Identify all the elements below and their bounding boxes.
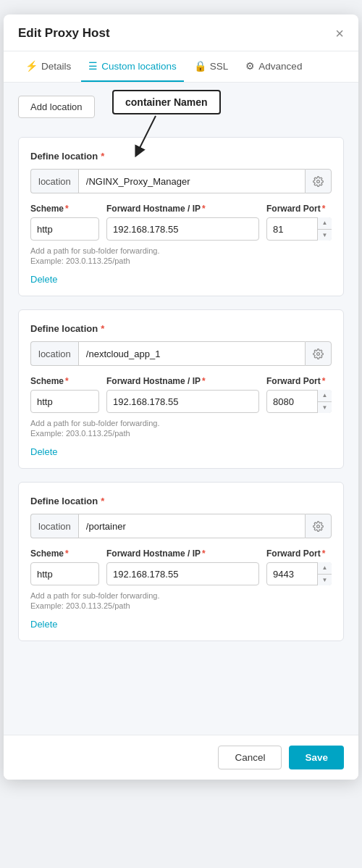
hostname-input-1[interactable] [106,217,259,241]
define-location-label-2: Define location* [30,323,332,334]
scheme-group-2: Scheme* [30,376,99,413]
location-prefix-2: location [30,341,78,366]
tab-advanced[interactable]: ⚙ Advanced [238,51,309,82]
fields-row-1: Scheme* Forward Hostname / IP* Forward P… [30,204,332,241]
port-label-3: Forward Port* [266,548,332,559]
hint1-2: Add a path for sub-folder forwarding. [30,419,332,427]
details-icon: ⚡ [25,60,38,72]
hint2-2: Example: 203.0.113.25/path [30,429,332,438]
location-card-1: Define location* location Scheme* Forwar… [18,137,344,296]
hint1-1: Add a path for sub-folder forwarding. [30,246,332,255]
location-input-row-2: location [30,341,332,366]
svg-point-3 [317,352,320,355]
port-label-2: Forward Port* [266,376,332,386]
scheme-label-2: Scheme* [30,376,99,386]
gear-button-3[interactable] [305,514,332,538]
location-card-2: Define location* location Scheme* Forwar… [18,309,344,469]
port-input-wrapper-3: ▲ ▼ [266,562,332,585]
port-up-1[interactable]: ▲ [318,217,332,230]
hostname-label-1: Forward Hostname / IP* [106,204,259,214]
modal-header: Edit Proxy Host × [4,14,358,51]
save-button[interactable]: Save [289,746,344,769]
hostname-input-2[interactable] [106,390,259,413]
location-input-row-3: location [30,514,332,538]
port-down-2[interactable]: ▼ [318,402,332,414]
port-down-3[interactable]: ▼ [318,575,332,586]
define-location-label-3: Define location* [30,496,332,506]
tab-advanced-label: Advanced [258,61,302,72]
advanced-icon: ⚙ [245,60,255,72]
custom-locations-icon: ☰ [88,60,98,72]
svg-point-2 [317,180,320,183]
scheme-input-3[interactable] [30,562,99,585]
location-value-input-1[interactable] [78,169,305,193]
location-input-row-1: location [30,169,332,193]
gear-button-1[interactable] [305,169,332,193]
hostname-label-2: Forward Hostname / IP* [106,376,259,386]
delete-button-1[interactable]: Delete [30,270,58,285]
port-group-3: Forward Port* ▲ ▼ [266,548,332,585]
port-down-1[interactable]: ▼ [318,230,332,241]
tab-details[interactable]: ⚡ Details [18,51,78,82]
modal-footer: Cancel Save [4,735,358,780]
port-group-1: Forward Port* ▲ ▼ [266,204,332,241]
port-group-2: Forward Port* ▲ ▼ [266,376,332,413]
scheme-group-3: Scheme* [30,548,99,585]
tab-custom-locations[interactable]: ☰ Custom locations [81,51,184,82]
scheme-label-3: Scheme* [30,548,99,559]
port-spinners-2: ▲ ▼ [317,390,332,413]
scheme-group-1: Scheme* [30,204,99,241]
fields-row-2: Scheme* Forward Hostname / IP* Forward P… [30,376,332,413]
required-star-1: * [101,151,104,162]
port-input-wrapper-2: ▲ ▼ [266,390,332,413]
hint2-1: Example: 203.0.113.25/path [30,256,332,265]
modal-title: Edit Proxy Host [18,26,110,51]
port-spinners-1: ▲ ▼ [317,217,332,241]
tab-custom-locations-label: Custom locations [101,61,177,72]
location-card-3: Define location* location Scheme* Forwar… [18,482,344,641]
delete-button-3[interactable]: Delete [30,614,58,630]
tab-details-label: Details [41,61,71,72]
scheme-label-1: Scheme* [30,204,99,214]
annotation-box: container Namen [112,90,221,114]
fields-row-3: Scheme* Forward Hostname / IP* Forward P… [30,548,332,585]
hint2-3: Example: 203.0.113.25/path [30,601,332,610]
scheme-input-2[interactable] [30,390,99,413]
ssl-icon: 🔒 [194,60,206,72]
hint1-3: Add a path for sub-folder forwarding. [30,591,332,600]
annotation-arrow [134,114,206,158]
port-spinners-3: ▲ ▼ [317,562,332,585]
location-value-input-3[interactable] [78,514,305,538]
required-star-2: * [101,323,104,334]
port-label-1: Forward Port* [266,204,332,214]
required-star-3: * [101,496,104,506]
delete-button-2[interactable]: Delete [30,442,58,457]
port-input-wrapper-1: ▲ ▼ [266,217,332,241]
port-up-2[interactable]: ▲ [318,390,332,402]
modal-body: Add location container Namen Define loc [4,83,358,735]
edit-proxy-host-modal: Edit Proxy Host × ⚡ Details ☰ Custom loc… [4,14,358,780]
location-prefix-3: location [30,514,78,538]
cancel-button[interactable]: Cancel [218,746,282,769]
svg-line-1 [138,116,156,152]
close-button[interactable]: × [335,26,344,51]
hostname-group-2: Forward Hostname / IP* [106,376,259,413]
tab-ssl-label: SSL [210,61,229,72]
svg-point-4 [317,525,320,527]
location-prefix-1: location [30,169,78,193]
hostname-label-3: Forward Hostname / IP* [106,548,259,559]
tab-ssl[interactable]: 🔒 SSL [187,51,236,82]
scheme-input-1[interactable] [30,217,99,241]
hostname-group-1: Forward Hostname / IP* [106,204,259,241]
add-location-button[interactable]: Add location [18,96,95,118]
gear-button-2[interactable] [305,341,332,366]
port-up-3[interactable]: ▲ [318,562,332,575]
hostname-input-3[interactable] [106,562,259,585]
tab-bar: ⚡ Details ☰ Custom locations 🔒 SSL ⚙ Adv… [4,51,358,83]
location-value-input-2[interactable] [78,341,305,366]
hostname-group-3: Forward Hostname / IP* [106,548,259,585]
